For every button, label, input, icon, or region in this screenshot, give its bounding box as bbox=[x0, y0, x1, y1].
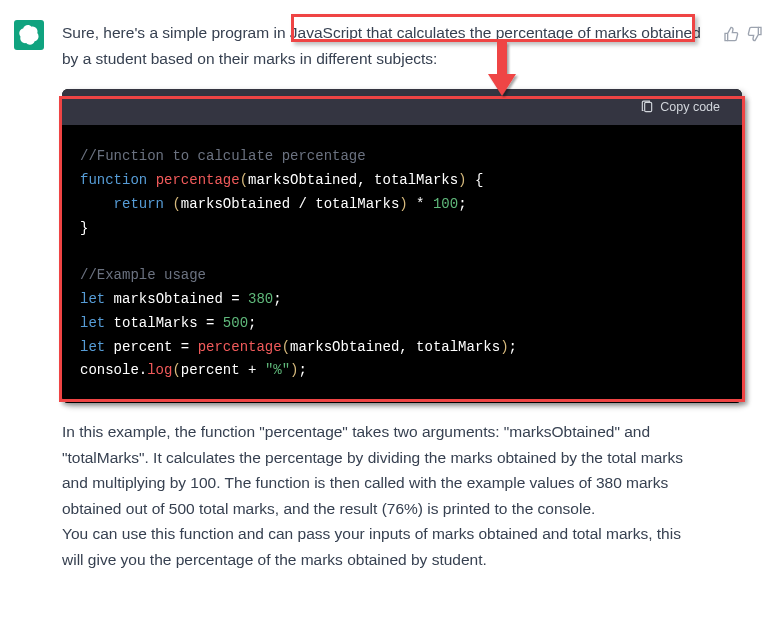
clipboard-icon bbox=[640, 100, 654, 114]
intro-part-a: Sure, here's a simple program in bbox=[62, 24, 290, 41]
intro-highlighted: JavaScript that calculates the percentag… bbox=[290, 24, 637, 41]
copy-code-button[interactable]: Copy code bbox=[634, 99, 726, 115]
intro-part-b: obtained bbox=[637, 24, 701, 41]
explain-p1: In this example, the function "percentag… bbox=[62, 423, 683, 517]
intro-line2: by a student based on their marks in dif… bbox=[62, 50, 437, 67]
assistant-avatar bbox=[14, 20, 44, 50]
copy-code-label: Copy code bbox=[660, 100, 720, 114]
svg-rect-0 bbox=[497, 42, 507, 76]
svg-rect-2 bbox=[645, 102, 652, 111]
explain-p2: You can use this function and can pass y… bbox=[62, 525, 681, 568]
code-block-header: Copy code bbox=[62, 89, 742, 125]
explanation-text: In this example, the function "percentag… bbox=[62, 419, 705, 572]
assistant-intro-text: Sure, here's a simple program in JavaScr… bbox=[62, 20, 705, 403]
thumbs-up-button[interactable] bbox=[723, 24, 739, 40]
code-block: Copy code //Function to calculate percen… bbox=[62, 89, 742, 403]
thumbs-down-button[interactable] bbox=[747, 24, 763, 40]
code-content: //Function to calculate percentage funct… bbox=[62, 125, 742, 403]
